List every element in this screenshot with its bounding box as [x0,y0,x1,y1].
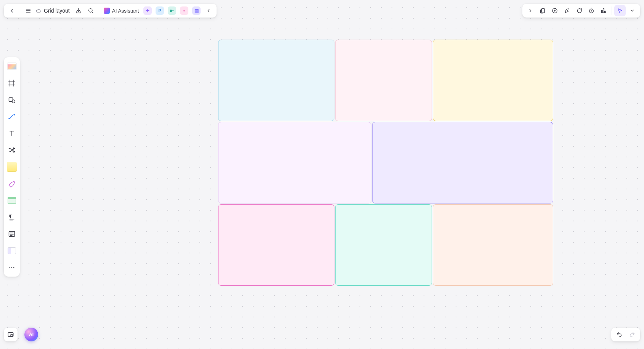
list-tool[interactable] [6,228,18,240]
divider [20,6,20,15]
avatar-initials: AI [29,332,34,337]
minimap-button[interactable] [4,328,18,341]
svg-marker-8 [554,10,556,11]
undo-icon [616,331,622,338]
shape-tool[interactable] [6,94,18,106]
divider [612,6,612,15]
more-tools[interactable] [6,261,18,274]
comment-button[interactable] [573,5,585,16]
list-icon [8,230,16,238]
document-title-text: Grid layout [44,8,70,14]
sticky-note-icon [7,162,17,172]
top-toolbar-left: Grid layout AI Assistant ✦ P ⇤ ▫ ▤ [4,4,217,18]
search-icon [88,8,94,14]
pen-tool[interactable] [6,178,18,190]
svg-line-5 [92,12,93,13]
canvas-rect[interactable] [218,122,371,203]
canvas-rect[interactable] [335,204,432,286]
svg-rect-11 [603,9,604,13]
more-tools-button[interactable] [626,5,638,16]
hamburger-icon [25,8,31,14]
card-tool[interactable] [6,60,18,72]
download-icon [75,8,82,14]
chevron-left-icon [9,8,15,14]
redo-icon [629,331,635,338]
comment-icon [576,8,582,14]
text-tool[interactable] [6,127,18,139]
menu-button[interactable] [22,5,34,16]
timer-button[interactable] [586,5,597,16]
connector-tool[interactable] [6,110,18,123]
canvas-rect[interactable] [218,204,334,286]
collapse-chips-button[interactable] [203,5,214,16]
shapes-icon [8,96,16,104]
ai-logo-icon [104,8,110,14]
card-swatch-icon [7,63,16,70]
svg-rect-6 [541,9,544,13]
bar-chart-icon [601,8,607,14]
play-button[interactable] [549,5,560,16]
frame-icon [8,79,16,87]
minimap-icon [7,331,14,338]
svg-point-20 [14,114,14,115]
tool-chip-import[interactable]: ⇤ [166,5,178,16]
timer-icon [588,8,594,14]
canvas-rect[interactable] [335,40,432,121]
canvas[interactable] [0,0,644,349]
panel-icon [8,247,16,254]
vote-button[interactable] [598,5,609,16]
more-horizontal-icon [8,264,15,271]
left-tool-sidebar [4,57,20,277]
download-button[interactable] [73,5,84,16]
svg-rect-10 [602,10,603,13]
panel-tool[interactable] [6,245,18,257]
pointer-tool-button[interactable] [614,5,626,16]
top-toolbar-right [522,4,640,18]
document-title[interactable]: Grid layout [35,8,72,14]
canvas-rect[interactable] [372,122,553,203]
sticky-note-tool[interactable] [6,161,18,173]
search-button[interactable] [85,5,96,16]
svg-point-19 [9,118,10,119]
table-tool[interactable] [6,194,18,207]
svg-point-30 [11,267,12,268]
table-icon [8,197,16,204]
tool-chip-layout[interactable]: ▤ [191,5,202,16]
connector-icon [8,113,16,120]
svg-rect-33 [11,335,13,336]
expand-toolbar-button[interactable] [525,5,536,16]
clipboard-icon [540,8,546,14]
confetti-button[interactable] [561,5,573,16]
tool-chip-p[interactable]: P [154,5,165,16]
text-block-tool[interactable] [6,211,18,223]
clipboard-button[interactable] [537,5,548,16]
divider [99,6,99,15]
undo-button[interactable] [613,329,625,340]
text-block-icon [8,213,16,221]
canvas-rect[interactable] [218,40,334,121]
cursor-icon [617,8,623,14]
ai-assistant-label: AI Assistant [112,8,139,14]
pen-icon [8,180,16,187]
group-chip-icon: ▫ [180,6,188,15]
chevron-right-icon [528,8,533,13]
cloud-icon [35,8,42,14]
canvas-rect[interactable] [433,204,553,286]
tool-chip-group[interactable]: ▫ [178,5,190,16]
ai-assistant-button[interactable]: AI Assistant [101,5,141,16]
sparkle-chip-icon: ✦ [143,6,152,15]
party-icon [564,8,570,14]
canvas-rect[interactable] [433,40,553,121]
back-button[interactable] [6,5,18,16]
play-circle-icon [552,8,558,14]
frame-tool[interactable] [6,77,18,89]
user-avatar[interactable]: AI [24,328,38,341]
shuffle-icon [8,146,16,154]
text-icon [8,130,16,137]
shuffle-tool[interactable] [6,144,18,156]
redo-button[interactable] [626,329,638,340]
tool-chip-sparkle[interactable]: ✦ [142,5,153,16]
chevron-down-icon [630,8,635,13]
svg-rect-12 [605,11,606,13]
svg-point-29 [10,267,10,268]
